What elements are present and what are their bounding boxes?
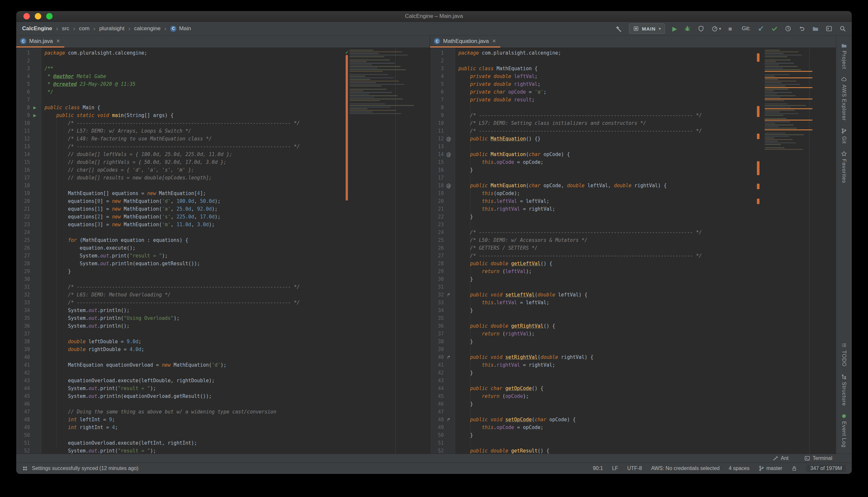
line-number: 28 (16, 260, 30, 268)
scrollbar-thumb[interactable] (345, 55, 348, 201)
search-everywhere-icon[interactable] (839, 25, 846, 32)
gutter-line: 5 (16, 80, 41, 88)
breadcrumb-item-calcengine[interactable]: calcengine (134, 25, 161, 32)
run-gutter-icon[interactable]: ▶ (30, 104, 40, 112)
at-gutter-icon[interactable]: @ (444, 135, 454, 143)
arrow-gutter-icon[interactable]: ↱ (444, 353, 454, 361)
gutter-line: 38 (16, 338, 41, 345)
close-window-button[interactable] (24, 13, 30, 19)
project-folder-icon[interactable] (812, 25, 819, 32)
console-icon[interactable] (826, 25, 832, 32)
line-number: 33 (16, 299, 30, 307)
update-project-icon[interactable] (757, 25, 764, 32)
line-number: 31 (16, 283, 30, 291)
stop-icon[interactable]: ■ (728, 26, 732, 32)
gutter-line: 12 (16, 135, 41, 143)
arrow-gutter-icon[interactable]: ↱ (444, 416, 454, 424)
minimap[interactable] (764, 48, 814, 454)
readonly-lock-icon[interactable] (791, 466, 797, 471)
line-number: 34 (16, 307, 30, 314)
close-icon[interactable]: × (57, 38, 60, 44)
tab-mathequation-java[interactable]: C MathEquation.java × (430, 36, 500, 47)
line-number: 14 (430, 151, 444, 158)
gutter-line: 14 (16, 151, 41, 158)
gutter-line: 30 (430, 275, 455, 283)
aws-credentials[interactable]: AWS: No credentials selected (651, 466, 720, 471)
close-icon[interactable]: × (492, 38, 496, 44)
tool-button-git[interactable]: Git (841, 125, 847, 147)
at-gutter-icon[interactable]: @ (444, 151, 454, 158)
warning-mark[interactable] (757, 161, 760, 175)
tool-window-strip: Project AWS Explorer Git Favorites TODO (836, 36, 852, 454)
run-gutter-icon[interactable]: ▶ (30, 112, 40, 119)
warning-mark[interactable] (757, 53, 760, 62)
caret-position[interactable]: 90:1 (593, 466, 603, 471)
line-number: 29 (16, 268, 30, 275)
coverage-icon[interactable] (698, 25, 704, 32)
zoom-window-button[interactable] (46, 13, 53, 19)
gutter-line: 19 (16, 189, 41, 197)
gutter-line: 31 (430, 283, 455, 291)
gutter-line: 22 (16, 213, 41, 221)
gutter-line: 4 (16, 72, 41, 80)
minimize-window-button[interactable] (35, 13, 41, 19)
line-number: 50 (16, 431, 30, 439)
breadcrumb-item-main[interactable]: C Main (170, 25, 191, 32)
status-message[interactable]: Settings successfully synced (12 minutes… (32, 466, 138, 471)
gutter-line: 42 (16, 369, 41, 377)
tool-button-aws-explorer[interactable]: AWS Explorer (841, 73, 847, 125)
warning-mark[interactable] (757, 133, 760, 139)
code-editor-main[interactable]: 12345678▶9▶10111213141516171819202122232… (16, 48, 430, 454)
at-gutter-icon[interactable]: @ (444, 182, 454, 189)
tool-button-todo[interactable]: TODO (841, 339, 847, 370)
breadcrumb-item-project[interactable]: CalcEngine (22, 25, 52, 32)
tool-button-project[interactable]: Project (841, 39, 847, 73)
tool-window-switcher-icon[interactable] (22, 466, 28, 471)
build-icon[interactable] (615, 25, 622, 32)
line-number: 16 (430, 166, 444, 174)
warning-mark[interactable] (757, 184, 760, 189)
run-icon[interactable]: ▶ (672, 26, 677, 32)
warning-mark[interactable] (757, 106, 760, 117)
project-icon (841, 43, 847, 48)
arrow-gutter-icon[interactable]: ↱ (444, 291, 454, 299)
breadcrumb-item-pluralsight[interactable]: pluralsight (99, 25, 124, 32)
tool-button-event-log[interactable]: Event Log (841, 410, 847, 451)
line-number: 39 (16, 345, 30, 353)
line-number: 34 (430, 307, 444, 314)
git-branch[interactable]: master (759, 466, 782, 471)
tool-button-favorites[interactable]: Favorites (841, 147, 847, 187)
tool-button-terminal[interactable]: Terminal (804, 455, 832, 461)
memory-indicator[interactable]: 347 of 1979M (806, 465, 846, 472)
scrollbar[interactable]: ✓ (345, 48, 349, 454)
commit-icon[interactable] (771, 25, 778, 32)
tool-button-structure[interactable]: Structure (841, 370, 847, 410)
gutter-line: 28 (16, 260, 41, 268)
tab-main-java[interactable]: C Main.java × (16, 36, 64, 47)
breadcrumb-item-com[interactable]: com (79, 25, 89, 32)
run-config-select[interactable]: MAIN ▾ (629, 24, 665, 34)
tool-button-label: Event Log (841, 421, 847, 448)
scrollbar[interactable] (756, 48, 760, 454)
tool-button-ant[interactable]: Ant (773, 455, 789, 461)
tab-bar: C MathEquation.java × (430, 36, 836, 48)
indent-size[interactable]: 4 spaces (729, 466, 749, 471)
line-separator[interactable]: LF (612, 466, 618, 471)
branch-icon (841, 128, 847, 134)
warning-mark[interactable] (757, 199, 760, 204)
debug-icon[interactable] (684, 25, 691, 32)
rollback-icon[interactable] (798, 25, 805, 32)
minimap[interactable] (349, 48, 426, 454)
history-icon[interactable] (785, 25, 791, 32)
breadcrumb-item-src[interactable]: src (62, 25, 70, 32)
profiler-button[interactable]: ▾ (711, 25, 721, 32)
file-encoding[interactable]: UTF-8 (627, 466, 642, 471)
code-editor-mathequation[interactable]: 123456789101112@1314@15161718@1920212223… (430, 48, 836, 454)
gutter-line: 42 (430, 369, 455, 377)
line-number: 24 (430, 228, 444, 236)
gutter-line: 45 (16, 392, 41, 400)
line-number: 49 (430, 424, 444, 431)
line-number: 32 (16, 291, 30, 299)
gutter-line: 9▶ (16, 112, 41, 119)
terminal-icon (804, 455, 810, 461)
